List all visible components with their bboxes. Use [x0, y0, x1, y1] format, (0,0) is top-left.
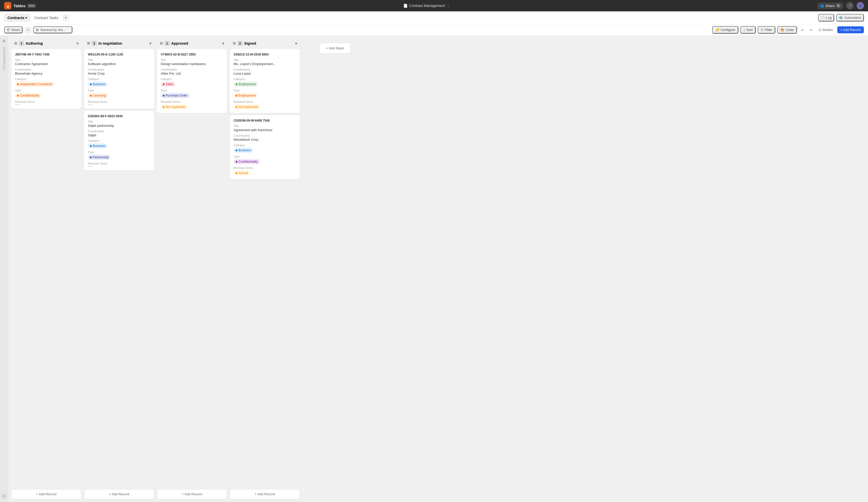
category-tag: Business — [88, 143, 107, 148]
add-record-negotiation[interactable]: + Add Record — [84, 489, 154, 499]
category-tag: Employment — [234, 82, 258, 87]
top-nav-right: 👥 Share 5 ? 👤 — [817, 2, 864, 9]
type-tag: Confidentiality — [15, 93, 41, 98]
card-id: G283NV-89-F-8623 0930 — [88, 114, 150, 118]
top-nav: 🔥 Tables Beta 📄 Contract Management ⋮ 👥 … — [0, 0, 868, 11]
field-label: Renewal Terms — [15, 100, 78, 103]
configure-button[interactable]: 🔑 Configure — [712, 26, 738, 34]
category-tag: Independent Contractor — [15, 82, 54, 87]
contracts-tab[interactable]: Contracts ▾ — [4, 14, 30, 22]
field-label: Category — [161, 77, 223, 81]
renewal-tag: Annual — [234, 170, 250, 176]
builder-button[interactable]: ⊡ Builder — [817, 26, 835, 34]
redo-button[interactable]: ↪ — [807, 26, 815, 34]
renewal-dash — [88, 166, 93, 167]
field-title: Contractor Agreement — [15, 62, 78, 66]
tag-dot — [236, 172, 237, 174]
col-icon-negotiation: ⌘ — [87, 42, 90, 45]
column-signed: ⌘ 2 Signed ▾ S392UZ-23-M-2938 9854 Title… — [230, 39, 300, 499]
app-icon: 🔥 — [4, 2, 11, 9]
renewal-tag: Not Applicable — [161, 104, 187, 109]
field-label: Renewal Terms — [88, 162, 150, 165]
card-V748KS[interactable]: V748KS-02-B-8327 2993 Title Design works… — [157, 49, 227, 113]
card-G283NV[interactable]: G283NV-89-F-8623 0930 Title Saljet partn… — [84, 111, 154, 170]
add-tab-button[interactable]: + — [63, 14, 69, 21]
undo-button[interactable]: ↩ — [799, 26, 806, 34]
col-title-signed: Signed — [244, 41, 293, 45]
app-name: Tables — [13, 3, 25, 8]
col-menu-signed[interactable]: ▾ — [295, 41, 297, 46]
color-button[interactable]: 🎨 Color — [777, 26, 797, 34]
add-record-approved[interactable]: + Add Record — [157, 489, 227, 499]
sidebar-toggle[interactable]: ⊞ — [3, 39, 6, 43]
field-label: Counterparty — [234, 134, 296, 137]
tag-dot — [163, 106, 165, 108]
share-button[interactable]: 👥 Share 5 — [817, 3, 843, 9]
col-title-negotiation: In negotiation — [99, 41, 148, 45]
field-label: Type — [161, 89, 223, 92]
undo-redo-group: ↩ ↪ — [799, 26, 815, 34]
renewal-tag: Not Applicable — [234, 104, 260, 109]
sidebar-label: Uncategorised — [2, 47, 6, 70]
type-tag: Partnership — [88, 155, 111, 160]
column-header-approved: ⌘ 1 Approved ▾ — [157, 39, 227, 48]
field-counterparty: Bluewhale Agency — [15, 72, 78, 75]
field-label: Type — [88, 150, 150, 154]
tag-dot — [163, 95, 165, 96]
column-approved: ⌘ 1 Approved ▾ V748KS-02-B-8327 2993 Tit… — [157, 39, 227, 499]
stacked-button[interactable]: ⊞ Stacked by Sta... ⋯ — [33, 26, 72, 33]
field-counterparty: Acme Corp — [88, 72, 150, 75]
add-stack-button[interactable]: + Add Stack — [320, 43, 351, 53]
field-label: Renewal Terms — [234, 166, 296, 169]
col-menu-approved[interactable]: ▾ — [222, 41, 224, 46]
help-button[interactable]: ? — [846, 2, 854, 9]
field-label: Type — [88, 89, 150, 92]
col-icon-signed: ⌘ — [232, 42, 236, 45]
field-label: Title — [88, 120, 150, 123]
add-record-authoring[interactable]: + Add Record — [11, 489, 81, 499]
card-id: W912JN-05-E-1100 1135 — [88, 53, 150, 56]
add-record-signed[interactable]: + Add Record — [230, 489, 300, 499]
col-title-authoring: Authoring — [25, 41, 75, 45]
add-view-button[interactable]: + — [24, 27, 31, 33]
tag-dot — [236, 106, 237, 108]
field-label: Renewal Terms — [88, 100, 150, 103]
card-S392UZ[interactable]: S392UZ-23-M-2938 9854 Title Ms. Lopez's … — [230, 49, 300, 113]
add-stack-column: + Add Stack — [303, 39, 367, 499]
page-title: Contract Management — [409, 3, 445, 8]
field-label: Type — [15, 89, 78, 92]
sidebar-collapsed: ⊞ Uncategorised 0 — [0, 36, 8, 502]
field-label: Type — [234, 89, 296, 92]
tag-dot — [236, 149, 237, 151]
beta-badge: Beta — [28, 4, 36, 8]
col-count-negotiation: 2 — [92, 41, 97, 46]
card-C028SM[interactable]: C028SM-09-W-8489 7548 Title Agreement wi… — [230, 115, 300, 179]
views-button[interactable]: ☰ Views — [4, 26, 22, 33]
card-id: S392UZ-23-M-2938 9854 — [234, 53, 296, 56]
tag-dot — [17, 83, 19, 85]
col-icon-authoring: ⌘ — [14, 42, 17, 45]
col-menu-negotiation[interactable]: ▾ — [149, 41, 152, 46]
contract-tasks-tab[interactable]: Contract Tasks — [32, 14, 60, 21]
tag-dot — [90, 145, 92, 147]
field-title: Design workstation hardwares — [161, 62, 223, 66]
sidebar-badge: 0 — [1, 494, 7, 499]
add-record-toolbar-button[interactable]: + Add Record — [837, 26, 864, 33]
card-W912JN[interactable]: W912JN-05-E-1100 1135 Title Software alg… — [84, 49, 154, 109]
field-label: Category — [234, 144, 296, 147]
type-tag: Confidentiality — [234, 159, 260, 164]
card-id: J857HB-49-Y-7843 7348 — [15, 53, 78, 56]
col-count-signed: 2 — [237, 41, 242, 46]
tag-dot — [90, 156, 92, 158]
filter-button[interactable]: ▽ Filter — [758, 26, 775, 34]
card-J857HB[interactable]: J857HB-49-Y-7843 7348 Title Contractor A… — [11, 49, 81, 109]
automation-button[interactable]: ⚙️ Automation — [836, 14, 864, 21]
field-counterparty: Atlas Pvt. Ltd. — [161, 72, 223, 75]
tag-dot — [17, 95, 19, 96]
log-button[interactable]: 🕐 Log — [818, 14, 834, 21]
field-counterparty: Woodstock Corp — [234, 138, 296, 142]
col-menu-authoring[interactable]: ▾ — [76, 41, 79, 46]
column-body-approved: V748KS-02-B-8327 2993 Title Design works… — [157, 49, 227, 488]
sort-button[interactable]: ↕️ Sort — [741, 26, 756, 34]
category-tag: Sales — [161, 82, 175, 87]
